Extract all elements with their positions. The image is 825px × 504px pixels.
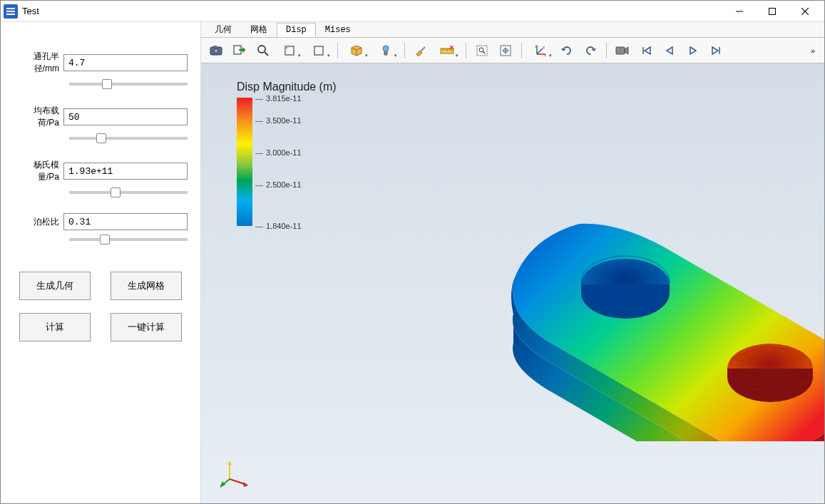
legend-tick: 2.500e-11: [255, 180, 302, 189]
next-frame-icon[interactable]: [706, 41, 727, 61]
color-legend: Disp Magnitude (m) 3.815e-11 3.500e-11 3…: [237, 81, 337, 226]
svg-line-24: [483, 51, 485, 53]
poisson-ratio-input[interactable]: [63, 213, 188, 230]
measure-icon[interactable]: ✕: [434, 41, 461, 61]
titlebar: Test: [1, 1, 824, 22]
tab-geometry[interactable]: 几何: [205, 21, 241, 38]
prev-frame-icon[interactable]: [659, 41, 680, 61]
svg-line-28: [537, 48, 543, 54]
legend-tick: 3.815e-11: [255, 94, 302, 103]
compute-button[interactable]: 计算: [19, 313, 91, 341]
load-slider[interactable]: [69, 137, 188, 140]
hole-radius-slider[interactable]: [69, 83, 188, 86]
param-label: 泊松比: [14, 216, 63, 228]
legend-tick: 3.500e-11: [255, 116, 302, 125]
legend-color-bar: [237, 98, 252, 226]
svg-line-9: [265, 52, 268, 56]
param-label: 均布载荷/Pa: [14, 105, 63, 129]
solid-surface-icon[interactable]: [343, 41, 370, 61]
play-icon[interactable]: [682, 41, 704, 61]
param-label: 杨氏模量/Pa: [14, 159, 63, 183]
export-icon[interactable]: [229, 41, 250, 61]
svg-text:x: x: [544, 53, 546, 57]
zoom-icon[interactable]: [252, 41, 274, 61]
window-title: Test: [22, 6, 39, 16]
hole-radius-input[interactable]: [63, 54, 188, 71]
svg-rect-6: [213, 46, 217, 48]
viewer-canvas[interactable]: Disp Magnitude (m) 3.815e-11 3.500e-11 3…: [201, 63, 824, 503]
svg-point-11: [286, 46, 288, 48]
one-click-compute-button[interactable]: 一键计算: [111, 313, 182, 341]
svg-line-14: [421, 47, 425, 51]
load-input[interactable]: [63, 108, 188, 125]
young-modulus-slider[interactable]: [69, 191, 188, 194]
close-button[interactable]: [789, 1, 821, 21]
legend-ticks: 3.815e-11 3.500e-11 3.000e-11 2.500e-11 …: [255, 98, 312, 226]
svg-text:z: z: [543, 45, 545, 49]
screenshot-icon[interactable]: [205, 41, 227, 61]
pan-icon[interactable]: [495, 41, 516, 61]
viewer-toolbar: ✕ yxz »: [201, 38, 824, 63]
svg-point-8: [258, 46, 265, 53]
result-tabs: 几何 网格 Disp Mises: [201, 22, 824, 38]
axes-icon[interactable]: yxz: [527, 41, 554, 61]
view-box-icon[interactable]: [305, 41, 332, 61]
rotate-ccw-icon[interactable]: [556, 41, 578, 61]
minimize-button[interactable]: [723, 1, 756, 21]
rotate-cw-icon[interactable]: [580, 41, 601, 61]
param-young-modulus: 杨氏模量/Pa: [14, 159, 188, 196]
svg-text:✕: ✕: [449, 46, 454, 51]
tab-mesh[interactable]: 网格: [241, 21, 277, 38]
first-frame-icon[interactable]: [635, 41, 657, 61]
toolbar-overflow-button[interactable]: »: [806, 46, 820, 55]
axis-triad-icon: [220, 458, 251, 489]
svg-rect-1: [769, 8, 776, 14]
svg-rect-12: [314, 46, 323, 55]
svg-rect-22: [477, 46, 487, 56]
young-modulus-input[interactable]: [63, 163, 188, 180]
generate-geometry-button[interactable]: 生成几何: [19, 272, 91, 300]
legend-title: Disp Magnitude (m): [237, 81, 337, 93]
lighting-icon[interactable]: [372, 41, 399, 61]
legend-tick: 3.000e-11: [255, 148, 302, 157]
svg-point-5: [214, 48, 218, 53]
parameter-sidebar: 通孔半径/mm 均布载荷/Pa 杨氏模量/Pa 泊松比: [1, 22, 200, 503]
legend-tick: 1.840e-11: [255, 222, 302, 230]
zoom-area-icon[interactable]: [471, 41, 493, 61]
generate-mesh-button[interactable]: 生成网格: [111, 272, 182, 300]
poisson-ratio-slider[interactable]: [69, 238, 188, 241]
param-label: 通孔半径/mm: [14, 51, 63, 75]
svg-text:y: y: [535, 44, 537, 48]
param-load: 均布载荷/Pa: [14, 105, 188, 142]
app-icon: [4, 4, 18, 19]
fea-model-render: [472, 156, 824, 441]
svg-point-13: [383, 46, 389, 51]
clear-icon[interactable]: [410, 41, 431, 61]
record-icon[interactable]: [612, 41, 633, 61]
param-poisson-ratio: 泊松比: [14, 213, 188, 243]
svg-rect-32: [616, 47, 625, 54]
param-hole-radius: 通孔半径/mm: [14, 51, 188, 88]
select-mode-icon[interactable]: [276, 41, 303, 61]
tab-disp[interactable]: Disp: [277, 23, 316, 37]
viewer-area: 几何 网格 Disp Mises ✕ yxz: [200, 22, 824, 503]
tab-mises[interactable]: Mises: [316, 23, 360, 37]
maximize-button[interactable]: [756, 1, 789, 21]
